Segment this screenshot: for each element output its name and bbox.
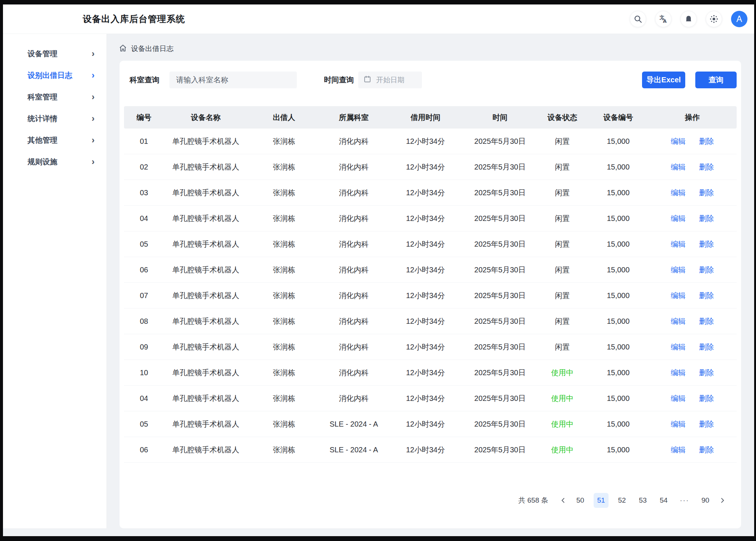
edit-link[interactable]: 编辑 bbox=[671, 239, 686, 249]
edit-link[interactable]: 编辑 bbox=[671, 419, 686, 429]
table-row: 09 单孔腔镜手术机器人 张润栋 消化内科 12小时34分 2025年5月30日… bbox=[124, 334, 737, 360]
cell-borrower: 张润栋 bbox=[248, 342, 320, 352]
next-page-icon[interactable] bbox=[716, 493, 729, 508]
cell-borrower: 张润栋 bbox=[248, 213, 320, 224]
page-ellipsis[interactable]: ··· bbox=[677, 493, 692, 508]
export-excel-button[interactable]: 导出Excel bbox=[642, 72, 685, 88]
cell-department: 消化内科 bbox=[320, 265, 387, 275]
edit-link[interactable]: 编辑 bbox=[671, 445, 686, 455]
cell-department: 消化内科 bbox=[320, 316, 387, 326]
edit-link[interactable]: 编辑 bbox=[671, 291, 686, 301]
edit-link[interactable]: 编辑 bbox=[671, 136, 686, 146]
edit-link[interactable]: 编辑 bbox=[671, 213, 686, 224]
edit-link[interactable]: 编辑 bbox=[671, 393, 686, 404]
sidebar-item-label: 其他管理 bbox=[28, 135, 57, 145]
cell-device-status: 使用中 bbox=[536, 419, 588, 429]
sidebar-item[interactable]: 规则设施 › bbox=[3, 151, 107, 173]
edit-link[interactable]: 编辑 bbox=[671, 188, 686, 198]
cell-borrower: 张润栋 bbox=[248, 162, 320, 172]
cell-borrow-duration: 12小时34分 bbox=[387, 368, 464, 378]
delete-link[interactable]: 删除 bbox=[699, 239, 714, 249]
cell-time: 2025年5月30日 bbox=[464, 291, 536, 301]
edit-link[interactable]: 编辑 bbox=[671, 342, 686, 352]
main-area: 设备出借日志 科室查询 时间查询 开始日期 bbox=[107, 34, 754, 536]
cell-borrower: 张润栋 bbox=[248, 265, 320, 275]
cell-device-status: 闲置 bbox=[536, 188, 588, 198]
delete-link[interactable]: 删除 bbox=[699, 136, 714, 146]
search-button[interactable] bbox=[630, 11, 646, 27]
sidebar-item[interactable]: 设别出借日志 › bbox=[3, 64, 107, 86]
cell-department: SLE - 2024 - A bbox=[320, 420, 387, 428]
col-device-status: 设备状态 bbox=[536, 113, 588, 123]
sidebar-item-label: 规则设施 bbox=[28, 157, 57, 167]
cell-device-number: 15,000 bbox=[588, 420, 648, 428]
delete-link[interactable]: 删除 bbox=[699, 265, 714, 275]
cell-actions: 编辑 删除 bbox=[648, 162, 737, 172]
sidebar-item[interactable]: 设备管理 › bbox=[3, 43, 107, 64]
avatar[interactable]: A bbox=[731, 11, 747, 27]
notification-button[interactable] bbox=[680, 11, 697, 27]
col-device-number: 设备编号 bbox=[588, 113, 648, 123]
edit-link[interactable]: 编辑 bbox=[671, 316, 686, 326]
query-button[interactable]: 查询 bbox=[695, 72, 737, 88]
page-number[interactable]: 53 bbox=[635, 493, 650, 508]
start-date-picker[interactable]: 开始日期 bbox=[358, 72, 422, 88]
edit-link[interactable]: 编辑 bbox=[671, 265, 686, 275]
sidebar-item[interactable]: 统计详情 › bbox=[3, 108, 107, 129]
delete-link[interactable]: 删除 bbox=[699, 188, 714, 198]
sidebar-item[interactable]: 其他管理 › bbox=[3, 129, 107, 151]
cell-device-name: 单孔腔镜手术机器人 bbox=[164, 162, 248, 172]
chevron-right-icon: › bbox=[92, 136, 95, 145]
page-number[interactable]: 54 bbox=[656, 493, 671, 508]
cell-department: 消化内科 bbox=[320, 213, 387, 224]
col-actions: 操作 bbox=[648, 113, 737, 123]
delete-link[interactable]: 删除 bbox=[699, 162, 714, 172]
cell-device-status: 闲置 bbox=[536, 136, 588, 146]
theme-button[interactable] bbox=[706, 11, 722, 27]
sidebar-item-label: 设备管理 bbox=[28, 49, 57, 59]
cell-number: 04 bbox=[124, 394, 164, 403]
page-number[interactable]: 50 bbox=[573, 493, 588, 508]
edit-link[interactable]: 编辑 bbox=[671, 162, 686, 172]
breadcrumb: 设备出借日志 bbox=[118, 44, 741, 54]
sidebar-item[interactable]: 科室管理 › bbox=[3, 86, 107, 108]
delete-link[interactable]: 删除 bbox=[699, 393, 714, 404]
delete-link[interactable]: 删除 bbox=[699, 445, 714, 455]
cell-time: 2025年5月30日 bbox=[464, 162, 536, 172]
cell-actions: 编辑 删除 bbox=[648, 342, 737, 352]
cell-device-name: 单孔腔镜手术机器人 bbox=[164, 342, 248, 352]
delete-link[interactable]: 删除 bbox=[699, 316, 714, 326]
cell-time: 2025年5月30日 bbox=[464, 368, 536, 378]
delete-link[interactable]: 删除 bbox=[699, 368, 714, 378]
cell-number: 06 bbox=[124, 446, 164, 454]
edit-link[interactable]: 编辑 bbox=[671, 368, 686, 378]
cell-device-status: 闲置 bbox=[536, 239, 588, 249]
delete-link[interactable]: 删除 bbox=[699, 419, 714, 429]
cell-device-status: 闲置 bbox=[536, 213, 588, 224]
delete-link[interactable]: 删除 bbox=[699, 291, 714, 301]
page-number[interactable]: 90 bbox=[698, 493, 713, 508]
cell-borrower: 张润栋 bbox=[248, 368, 320, 378]
page-number[interactable]: 51 bbox=[594, 493, 609, 508]
chevron-right-icon: › bbox=[92, 114, 95, 123]
cell-borrower: 张润栋 bbox=[248, 136, 320, 146]
prev-page-icon[interactable] bbox=[556, 493, 570, 508]
col-borrower: 出借人 bbox=[248, 113, 320, 123]
page-number[interactable]: 52 bbox=[614, 493, 629, 508]
cell-device-status: 闲置 bbox=[536, 342, 588, 352]
cell-borrow-duration: 12小时34分 bbox=[387, 239, 464, 249]
cell-time: 2025年5月30日 bbox=[464, 445, 536, 455]
table-row: 05 单孔腔镜手术机器人 张润栋 SLE - 2024 - A 12小时34分 … bbox=[124, 411, 737, 437]
dept-search-input[interactable] bbox=[169, 72, 297, 88]
delete-link[interactable]: 删除 bbox=[699, 213, 714, 224]
time-query-label: 时间查询 bbox=[324, 75, 354, 85]
start-date-placeholder: 开始日期 bbox=[376, 75, 404, 85]
brightness-icon bbox=[709, 14, 719, 24]
translate-button[interactable]: 文 A bbox=[655, 11, 671, 27]
delete-link[interactable]: 删除 bbox=[699, 342, 714, 352]
table-row: 08 单孔腔镜手术机器人 张润栋 消化内科 12小时34分 2025年5月30日… bbox=[124, 309, 737, 334]
bell-icon bbox=[684, 15, 693, 23]
cell-number: 10 bbox=[124, 368, 164, 377]
cell-device-number: 15,000 bbox=[588, 214, 648, 223]
cell-borrower: 张润栋 bbox=[248, 291, 320, 301]
